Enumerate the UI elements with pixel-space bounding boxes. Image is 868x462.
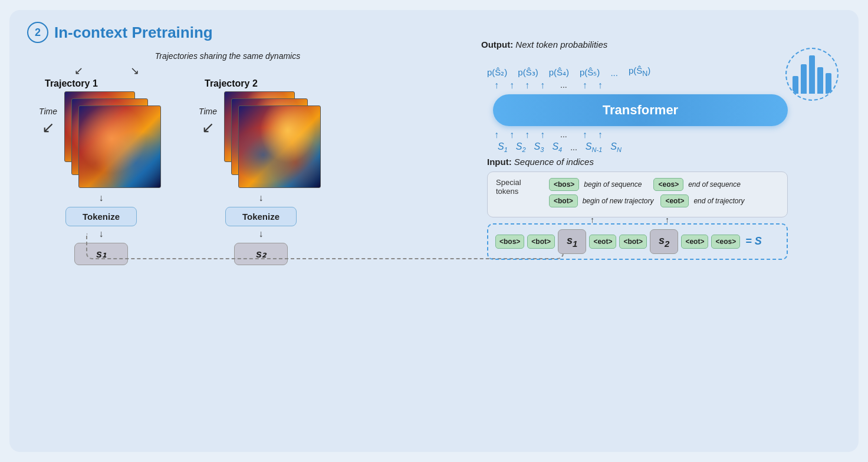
s-token-n: SN xyxy=(610,141,622,153)
prob-s2: p(Ŝ₂) xyxy=(487,67,507,78)
prob-dots: ... xyxy=(610,68,618,78)
up-arrow-5: ↑ xyxy=(583,80,587,91)
seq-eos: <eos> xyxy=(711,235,740,249)
traj-arrow-indicators: ↙ ↘ xyxy=(74,64,393,77)
prob-s4: p(Ŝ₄) xyxy=(549,67,569,78)
dots-1: ... xyxy=(560,80,567,91)
trajectory-2-frames xyxy=(223,89,323,189)
seq-bot-1: <bot> xyxy=(527,235,555,249)
s-token-2: S2 xyxy=(516,141,526,153)
output-label: Output: Next token probabilities xyxy=(481,39,847,50)
main-container: 2 In-context Pretraining Trajectories sh… xyxy=(9,10,859,452)
frame-2-front xyxy=(238,105,321,188)
down-arrow-t2: ↑ xyxy=(509,130,514,140)
tokenize-box-2: Tokenize xyxy=(225,207,297,226)
prob-s3: p(Ŝ₃) xyxy=(518,67,538,78)
page-title: In-context Pretraining xyxy=(54,24,213,42)
trajectory-1-label: Trajectory 1 xyxy=(45,78,163,89)
prob-sn: p(ŜN) xyxy=(629,65,650,78)
bar-2 xyxy=(801,64,807,94)
special-row-1: <bos> begin of sequence <eos> end of seq… xyxy=(549,178,744,191)
special-tokens-content: Specialtokens <bos> begin of sequence <e… xyxy=(496,178,779,211)
bot-desc: begin of new trajectory xyxy=(583,197,654,205)
down-arrow-t5: ↑ xyxy=(583,130,587,140)
right-section: Output: Next token probabilities p(Ŝ₂) p… xyxy=(481,39,847,260)
special-tokens-panel: Specialtokens <bos> begin of sequence <e… xyxy=(487,171,788,217)
s-token-n1: SN-1 xyxy=(586,141,602,153)
bar-5 xyxy=(826,73,831,94)
bos-desc: begin of sequence xyxy=(584,180,642,189)
down-arrow-t1: ↑ xyxy=(494,130,499,140)
bar-1 xyxy=(793,76,798,94)
eot-desc: end of trajectory xyxy=(693,197,744,205)
dots-2: ... xyxy=(560,130,567,140)
trajectory-1-frames xyxy=(63,89,163,189)
seq-eot-1: <eot> xyxy=(589,235,616,249)
seq-bot-2: <bot> xyxy=(619,235,647,249)
transformer-box: Transformer xyxy=(493,94,788,126)
s-dots: ... xyxy=(570,143,577,152)
up-arrow-3: ↑ xyxy=(525,80,530,91)
input-label: Input: Sequence of indices xyxy=(487,157,847,167)
left-section: Trajectories sharing the same dynamics ↙… xyxy=(27,51,393,265)
seq-equals: = S xyxy=(745,235,762,248)
bar-chart-circle xyxy=(785,48,839,101)
trajectory-2-label: Trajectory 2 xyxy=(205,78,323,89)
seq-eot-2: <eot> xyxy=(681,235,708,249)
step-circle: 2 xyxy=(27,22,48,43)
special-row-2: <bot> begin of new trajectory <eot> end … xyxy=(549,194,744,207)
up-arrow-6: ↑ xyxy=(598,80,603,91)
down-arrow-t6: ↑ xyxy=(598,130,603,140)
down-arrows-transformer: ↑ ↑ ↑ ↑ ... ↑ ↑ xyxy=(494,130,847,140)
seq-up-arrows: ↑ ↑ xyxy=(590,215,669,225)
seq-s2: s2 xyxy=(650,229,678,254)
bar-3 xyxy=(809,55,815,94)
s-tokens-row: S1 S2 S3 S4 ... SN-1 SN xyxy=(498,141,847,153)
up-arrow-2: ↑ xyxy=(509,80,514,91)
prob-s5: p(Ŝ₅) xyxy=(580,67,600,78)
bar-4 xyxy=(817,67,823,94)
special-tokens-label: Specialtokens xyxy=(496,178,537,211)
seq-s1: s1 xyxy=(558,229,586,254)
arrow-down-1: ↓ xyxy=(99,193,104,203)
bos-token: <bos> xyxy=(549,178,579,191)
eos-desc: end of sequence xyxy=(688,180,741,189)
time-label-2: Time ↙ xyxy=(199,89,217,137)
down-arrow-t4: ↑ xyxy=(540,130,545,140)
eot-token: <eot> xyxy=(660,194,689,207)
s-token-3: S3 xyxy=(534,141,544,153)
frame-1-front xyxy=(78,105,161,188)
down-arrow-t3: ↑ xyxy=(525,130,530,140)
up-arrow-1: ↑ xyxy=(494,80,499,91)
arrow-down-2: ↓ xyxy=(259,193,264,203)
eos-token: <eos> xyxy=(653,178,683,191)
time-label-1: Time ↙ xyxy=(39,89,57,137)
up-arrow-4: ↑ xyxy=(540,80,545,91)
tokenize-box-1: Tokenize xyxy=(65,207,137,226)
s-token-4: S4 xyxy=(552,141,562,153)
trajectories-subtitle: Trajectories sharing the same dynamics xyxy=(63,51,393,61)
s-token-1: S1 xyxy=(498,141,508,153)
seq-bos: <bos> xyxy=(495,235,524,249)
sequence-panel: <bos> <bot> s1 <eot> <bot> s2 <eot> <eos… xyxy=(487,223,788,260)
bot-token: <bot> xyxy=(549,194,578,207)
special-tokens-rows: <bos> begin of sequence <eos> end of seq… xyxy=(549,178,744,211)
sequence-panel-wrapper: ↑ ↑ <bos> <bot> s1 <eot> <bot> s2 <eot> … xyxy=(481,223,847,260)
